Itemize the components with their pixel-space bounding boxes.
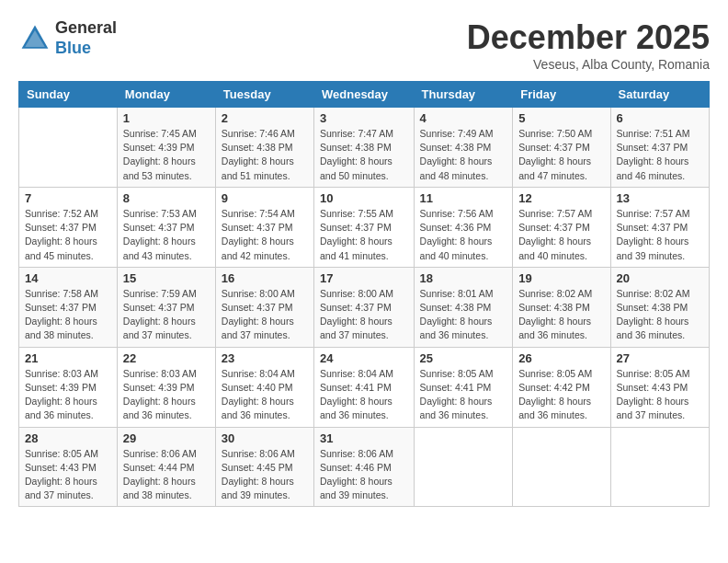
day-info: Sunrise: 8:00 AMSunset: 4:37 PMDaylight:…	[222, 287, 308, 343]
logo-blue-text: Blue	[55, 39, 91, 57]
calendar-header-row: SundayMondayTuesdayWednesdayThursdayFrid…	[19, 82, 710, 108]
col-header-wednesday: Wednesday	[314, 82, 415, 108]
day-info: Sunrise: 8:05 AMSunset: 4:43 PMDaylight:…	[617, 367, 703, 423]
calendar-cell: 8Sunrise: 7:53 AMSunset: 4:37 PMDaylight…	[117, 187, 215, 267]
day-info: Sunrise: 8:02 AMSunset: 4:38 PMDaylight:…	[617, 287, 703, 343]
col-header-monday: Monday	[117, 82, 215, 108]
day-info: Sunrise: 8:00 AMSunset: 4:37 PMDaylight:…	[320, 287, 408, 343]
calendar-cell: 5Sunrise: 7:50 AMSunset: 4:37 PMDaylight…	[513, 108, 610, 188]
calendar-cell: 21Sunrise: 8:03 AMSunset: 4:39 PMDayligh…	[19, 347, 118, 427]
calendar-cell: 16Sunrise: 8:00 AMSunset: 4:37 PMDayligh…	[215, 267, 313, 347]
day-number: 13	[617, 191, 703, 205]
day-info: Sunrise: 8:06 AMSunset: 4:45 PMDaylight:…	[222, 447, 308, 503]
calendar-cell: 12Sunrise: 7:57 AMSunset: 4:37 PMDayligh…	[513, 187, 610, 267]
day-info: Sunrise: 7:56 AMSunset: 4:36 PMDaylight:…	[420, 207, 507, 263]
day-number: 9	[222, 191, 308, 205]
title-block: December 2025 Veseus, Alba County, Roman…	[467, 18, 710, 72]
day-number: 22	[123, 351, 210, 365]
calendar-cell: 4Sunrise: 7:49 AMSunset: 4:38 PMDaylight…	[414, 108, 513, 188]
month-title: December 2025	[467, 18, 710, 57]
calendar-cell: 3Sunrise: 7:47 AMSunset: 4:38 PMDaylight…	[314, 108, 415, 188]
day-number: 17	[320, 271, 408, 285]
day-number: 28	[25, 431, 111, 445]
day-number: 8	[123, 191, 210, 205]
day-info: Sunrise: 8:03 AMSunset: 4:39 PMDaylight:…	[25, 367, 111, 423]
calendar-week-row: 28Sunrise: 8:05 AMSunset: 4:43 PMDayligh…	[19, 427, 710, 507]
day-number: 21	[25, 351, 111, 365]
calendar-cell: 28Sunrise: 8:05 AMSunset: 4:43 PMDayligh…	[19, 427, 118, 507]
calendar-cell: 19Sunrise: 8:02 AMSunset: 4:38 PMDayligh…	[513, 267, 610, 347]
day-info: Sunrise: 7:51 AMSunset: 4:37 PMDaylight:…	[617, 127, 703, 183]
day-number: 2	[222, 111, 308, 125]
calendar-week-row: 14Sunrise: 7:58 AMSunset: 4:37 PMDayligh…	[19, 267, 710, 347]
day-number: 19	[518, 271, 604, 285]
day-number: 16	[222, 271, 308, 285]
calendar-cell: 11Sunrise: 7:56 AMSunset: 4:36 PMDayligh…	[414, 187, 513, 267]
day-number: 3	[320, 111, 408, 125]
day-info: Sunrise: 7:57 AMSunset: 4:37 PMDaylight:…	[617, 207, 703, 263]
day-info: Sunrise: 7:58 AMSunset: 4:37 PMDaylight:…	[25, 287, 111, 343]
day-info: Sunrise: 7:55 AMSunset: 4:37 PMDaylight:…	[320, 207, 408, 263]
day-number: 1	[123, 111, 210, 125]
day-number: 30	[222, 431, 308, 445]
day-number: 15	[123, 271, 210, 285]
col-header-tuesday: Tuesday	[215, 82, 313, 108]
calendar-cell: 30Sunrise: 8:06 AMSunset: 4:45 PMDayligh…	[215, 427, 313, 507]
calendar-week-row: 21Sunrise: 8:03 AMSunset: 4:39 PMDayligh…	[19, 347, 710, 427]
day-info: Sunrise: 8:01 AMSunset: 4:38 PMDaylight:…	[420, 287, 507, 343]
day-number: 31	[320, 431, 408, 445]
day-info: Sunrise: 7:49 AMSunset: 4:38 PMDaylight:…	[420, 127, 507, 183]
calendar-cell: 22Sunrise: 8:03 AMSunset: 4:39 PMDayligh…	[117, 347, 215, 427]
calendar-cell: 6Sunrise: 7:51 AMSunset: 4:37 PMDaylight…	[610, 108, 709, 188]
day-number: 26	[518, 351, 604, 365]
calendar-body: 1Sunrise: 7:45 AMSunset: 4:39 PMDaylight…	[19, 108, 710, 507]
calendar-week-row: 1Sunrise: 7:45 AMSunset: 4:39 PMDaylight…	[19, 108, 710, 188]
calendar-cell: 20Sunrise: 8:02 AMSunset: 4:38 PMDayligh…	[610, 267, 709, 347]
calendar-table: SundayMondayTuesdayWednesdayThursdayFrid…	[18, 81, 710, 507]
col-header-friday: Friday	[513, 82, 610, 108]
day-info: Sunrise: 8:05 AMSunset: 4:41 PMDaylight:…	[420, 367, 507, 423]
day-number: 29	[123, 431, 210, 445]
day-number: 24	[320, 351, 408, 365]
day-info: Sunrise: 7:45 AMSunset: 4:39 PMDaylight:…	[123, 127, 210, 183]
calendar-cell	[414, 427, 513, 507]
day-number: 10	[320, 191, 408, 205]
day-info: Sunrise: 7:46 AMSunset: 4:38 PMDaylight:…	[222, 127, 308, 183]
day-info: Sunrise: 8:05 AMSunset: 4:42 PMDaylight:…	[518, 367, 604, 423]
day-info: Sunrise: 8:05 AMSunset: 4:43 PMDaylight:…	[25, 447, 111, 503]
calendar-cell: 18Sunrise: 8:01 AMSunset: 4:38 PMDayligh…	[414, 267, 513, 347]
logo: General Blue	[18, 18, 117, 58]
day-info: Sunrise: 7:59 AMSunset: 4:37 PMDaylight:…	[123, 287, 210, 343]
logo-icon	[18, 22, 51, 55]
calendar-cell: 17Sunrise: 8:00 AMSunset: 4:37 PMDayligh…	[314, 267, 415, 347]
calendar-cell: 14Sunrise: 7:58 AMSunset: 4:37 PMDayligh…	[19, 267, 118, 347]
day-number: 25	[420, 351, 507, 365]
calendar-cell: 13Sunrise: 7:57 AMSunset: 4:37 PMDayligh…	[610, 187, 709, 267]
calendar-cell: 31Sunrise: 8:06 AMSunset: 4:46 PMDayligh…	[314, 427, 415, 507]
logo-general-text: General	[55, 18, 117, 37]
day-number: 14	[25, 271, 111, 285]
calendar-cell: 27Sunrise: 8:05 AMSunset: 4:43 PMDayligh…	[610, 347, 709, 427]
col-header-thursday: Thursday	[414, 82, 513, 108]
calendar-cell: 29Sunrise: 8:06 AMSunset: 4:44 PMDayligh…	[117, 427, 215, 507]
day-number: 12	[518, 191, 604, 205]
calendar-cell: 7Sunrise: 7:52 AMSunset: 4:37 PMDaylight…	[19, 187, 118, 267]
day-number: 11	[420, 191, 507, 205]
day-info: Sunrise: 8:02 AMSunset: 4:38 PMDaylight:…	[518, 287, 604, 343]
calendar-cell: 1Sunrise: 7:45 AMSunset: 4:39 PMDaylight…	[117, 108, 215, 188]
day-info: Sunrise: 8:06 AMSunset: 4:44 PMDaylight:…	[123, 447, 210, 503]
calendar-cell: 24Sunrise: 8:04 AMSunset: 4:41 PMDayligh…	[314, 347, 415, 427]
day-number: 18	[420, 271, 507, 285]
calendar-cell: 15Sunrise: 7:59 AMSunset: 4:37 PMDayligh…	[117, 267, 215, 347]
day-number: 27	[617, 351, 703, 365]
day-info: Sunrise: 8:04 AMSunset: 4:41 PMDaylight:…	[320, 367, 408, 423]
day-info: Sunrise: 7:57 AMSunset: 4:37 PMDaylight:…	[518, 207, 604, 263]
page-header: General Blue December 2025 Veseus, Alba …	[18, 18, 710, 72]
day-number: 7	[25, 191, 111, 205]
calendar-cell	[19, 108, 118, 188]
day-info: Sunrise: 8:06 AMSunset: 4:46 PMDaylight:…	[320, 447, 408, 503]
calendar-cell	[513, 427, 610, 507]
col-header-sunday: Sunday	[19, 82, 118, 108]
day-info: Sunrise: 7:53 AMSunset: 4:37 PMDaylight:…	[123, 207, 210, 263]
calendar-cell: 10Sunrise: 7:55 AMSunset: 4:37 PMDayligh…	[314, 187, 415, 267]
